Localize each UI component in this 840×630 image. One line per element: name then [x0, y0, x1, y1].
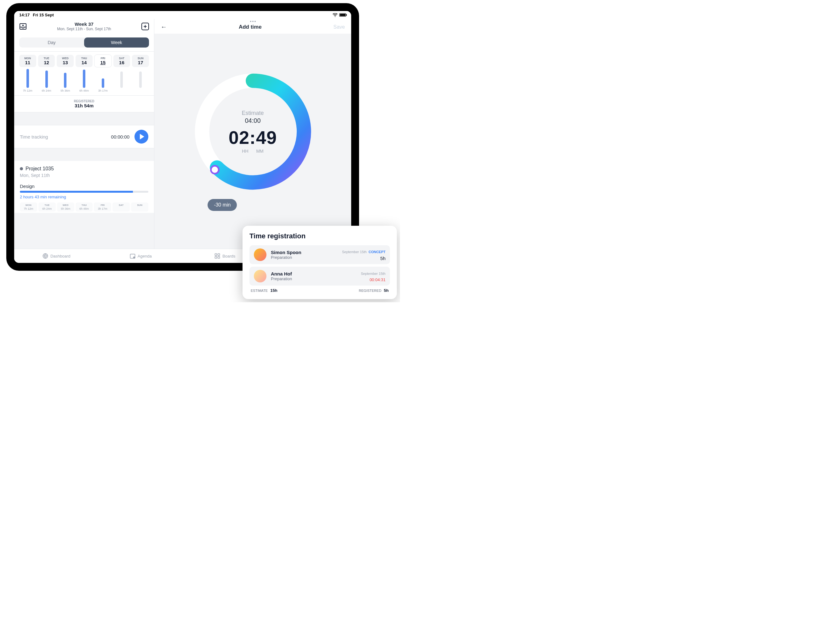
mini-day[interactable]: SAT — [112, 202, 130, 211]
entry-name: Simon Spoon — [271, 250, 338, 255]
concept-badge: CONCEPT — [368, 250, 385, 254]
back-button[interactable]: ← — [161, 23, 167, 30]
time-registration-popup: Time registration Simon Spoon Preparatio… — [243, 226, 397, 299]
bar-area — [19, 67, 36, 89]
svg-rect-7 — [215, 257, 217, 258]
bar-label: 5h 36m — [57, 89, 74, 92]
hh-label: HH — [242, 148, 248, 153]
entry-name: Anna Hof — [271, 271, 357, 276]
mini-day[interactable]: MON7h 12m — [20, 202, 37, 211]
tt-timer: 00:00:00 — [111, 134, 129, 140]
registered-value: 31h 54m — [18, 103, 150, 108]
registered-box: REGISTERED 31h 54m — [14, 95, 154, 112]
registered-label: REGISTERED — [18, 99, 150, 103]
mm-label: MM — [256, 148, 263, 153]
day-head: TUE 12 — [38, 55, 55, 67]
day-number: 11 — [20, 60, 36, 65]
day-column[interactable]: THU 14 6h 48m — [76, 55, 93, 92]
estimate-footer-val: 15h — [270, 288, 277, 293]
project-section: Project 1035 Mon, Sept 11th Design 2 hou… — [14, 161, 154, 213]
day-column[interactable]: FRI 15 3h 17m — [95, 55, 112, 92]
project-dot-icon — [20, 167, 23, 170]
week-range: Mon. Sept 11th - Sun. Sept 17th — [27, 27, 141, 31]
add-button[interactable]: + — [141, 23, 149, 30]
estimate-value: 04:00 — [229, 117, 277, 124]
day-column[interactable]: MON 11 7h 12m — [19, 55, 36, 92]
days-row: MON 11 7h 12m TUE 12 6h 24m WED 13 5h 36… — [14, 52, 154, 95]
mini-day[interactable]: FRI3h 17m — [94, 202, 111, 211]
popup-footer: ESTIMATE15h REGISTERED5h — [249, 288, 390, 293]
svg-point-4 — [133, 257, 135, 259]
avatar — [254, 270, 267, 282]
bar-label: 3h 17m — [95, 89, 112, 92]
right-title: Add time — [239, 24, 262, 30]
entry-value: 5h — [342, 256, 385, 261]
day-label: SAT — [114, 57, 130, 60]
mini-day[interactable]: WED5h 36m — [57, 202, 74, 211]
day-head: MON 11 — [19, 55, 36, 67]
day-label: WED — [57, 57, 73, 60]
project-title[interactable]: Project 1035 — [25, 166, 54, 172]
bar-area — [114, 67, 130, 89]
day-column[interactable]: WED 13 5h 36m — [57, 55, 74, 92]
task-name[interactable]: Design — [20, 184, 148, 189]
day-label: MON — [20, 57, 36, 60]
day-column[interactable]: SAT 16 — [114, 55, 130, 92]
day-column[interactable]: TUE 12 6h 24m — [38, 55, 55, 92]
drag-handle-icon — [250, 21, 256, 22]
estimate-footer-label: ESTIMATE — [251, 289, 268, 293]
day-bar — [45, 71, 48, 88]
battery-icon — [339, 13, 346, 17]
day-head: SAT 16 — [114, 55, 130, 67]
day-label: TUE — [39, 57, 54, 60]
avatar — [254, 249, 267, 261]
day-number: 16 — [114, 60, 130, 65]
timer-dial[interactable]: Estimate 04:00 02:49 HH MM — [193, 72, 313, 191]
spacer — [14, 148, 154, 161]
right-pane: ← Add time Save — [154, 19, 351, 249]
minus-30-button[interactable]: -30 min — [208, 199, 237, 211]
dial-time: 02:49 — [229, 126, 277, 148]
bar-area — [57, 67, 74, 89]
mini-day[interactable]: SUN — [131, 202, 148, 211]
seg-day[interactable]: Day — [19, 38, 84, 47]
mini-day[interactable]: TUE6h 24m — [38, 202, 56, 211]
inbox-icon[interactable] — [19, 23, 27, 30]
bar-area — [76, 67, 93, 89]
status-bar: 14:17 Fri 15 Sept — [14, 11, 351, 19]
registration-entry[interactable]: Simon Spoon Preparation September 15thCO… — [249, 245, 390, 264]
dial-knob[interactable] — [210, 165, 219, 175]
bar-area — [38, 67, 55, 89]
day-bar — [27, 69, 29, 88]
mini-days: MON7h 12mTUE6h 24mWED5h 36mTHU6h 48mFRI3… — [20, 202, 148, 211]
day-bar — [102, 79, 104, 88]
day-column[interactable]: SUN 17 — [132, 55, 149, 92]
svg-rect-8 — [218, 257, 220, 258]
left-header: Week 37 Mon. Sept 11th - Sun. Sept 17th … — [14, 19, 154, 34]
globe-icon — [42, 253, 49, 259]
tab-dashboard[interactable]: Dashboard — [14, 249, 99, 263]
play-icon — [140, 134, 144, 140]
calendar-icon — [129, 253, 136, 259]
week-title: Week 37 — [27, 21, 141, 27]
entry-date: September 15th — [342, 250, 366, 254]
remaining-text: 2 hours 43 min remaining — [20, 195, 148, 199]
play-button[interactable] — [134, 130, 148, 143]
seg-week[interactable]: Week — [84, 38, 149, 47]
bar-area — [95, 67, 112, 89]
registered-footer-label: REGISTERED — [359, 289, 381, 293]
mini-day[interactable]: THU6h 48m — [76, 202, 93, 211]
day-head: THU 14 — [76, 55, 93, 67]
left-pane: Week 37 Mon. Sept 11th - Sun. Sept 17th … — [14, 19, 154, 249]
day-number: 15 — [95, 60, 111, 65]
tab-agenda[interactable]: Agenda — [99, 249, 183, 263]
registration-entry[interactable]: Anna Hof Preparation September 15th 00:0… — [249, 267, 390, 285]
bar-area — [132, 67, 149, 89]
save-button[interactable]: Save — [333, 24, 345, 30]
time-tracking-row: Time tracking 00:00:00 — [14, 125, 154, 148]
spacer — [14, 112, 154, 125]
wifi-icon — [333, 13, 338, 17]
day-number: 14 — [76, 60, 92, 65]
day-number: 13 — [57, 60, 73, 65]
progress-fill — [20, 191, 133, 193]
